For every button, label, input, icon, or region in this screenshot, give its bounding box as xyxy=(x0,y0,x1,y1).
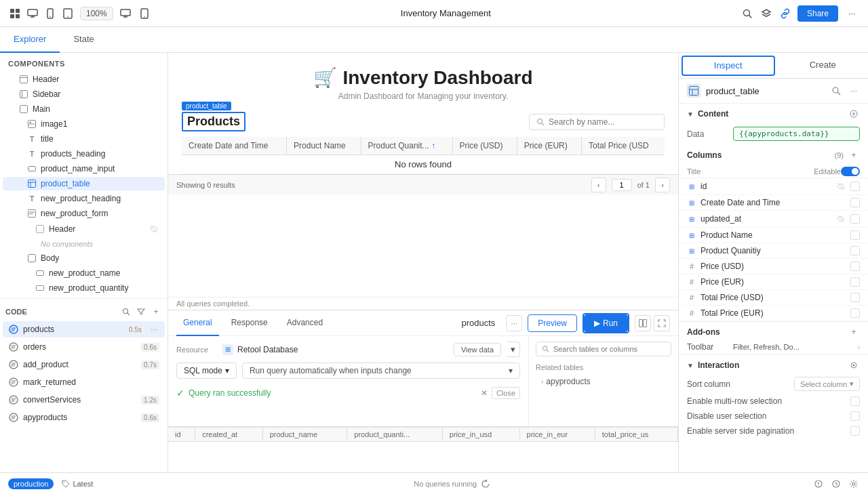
tree-item-product-table[interactable]: product_table xyxy=(3,177,165,190)
query-item-convert-services[interactable]: convertServices 1.2s xyxy=(3,392,165,408)
tree-item-header-inner[interactable]: Header xyxy=(3,222,165,236)
search-input-box[interactable] xyxy=(529,114,665,130)
desktop-view-icon[interactable] xyxy=(119,7,132,20)
column-item-total-usd[interactable]: # Total Price (USD) xyxy=(679,290,868,306)
settings-icon[interactable] xyxy=(848,478,860,490)
status-x-icon[interactable]: ✕ xyxy=(481,388,488,398)
phone-view-icon[interactable] xyxy=(138,7,151,20)
env-badge[interactable]: production xyxy=(8,478,54,489)
col-hidden-icon-updated[interactable] xyxy=(835,213,846,224)
search-by-name-input[interactable] xyxy=(549,117,644,127)
history-icon[interactable] xyxy=(830,478,842,490)
component-more-btn[interactable]: ··· xyxy=(848,85,860,97)
refresh-icon[interactable] xyxy=(479,478,492,490)
col-checkbox-pname[interactable] xyxy=(850,230,860,240)
add-code-btn[interactable]: + xyxy=(150,306,162,318)
interaction-expand-icon[interactable]: ▼ xyxy=(687,362,694,369)
debug-icon[interactable] xyxy=(812,478,825,490)
filter-code-btn[interactable] xyxy=(135,306,147,318)
component-search-btn[interactable] xyxy=(830,85,842,97)
expand-btn-full[interactable] xyxy=(654,315,670,331)
content-settings-icon[interactable] xyxy=(848,108,860,120)
close-button[interactable]: Close xyxy=(492,387,520,399)
tree-item-new-product-name[interactable]: new_product_name xyxy=(3,266,165,280)
related-item-apyproducts[interactable]: › apyproducts xyxy=(536,375,671,388)
disable-selection-checkbox[interactable] xyxy=(850,411,860,421)
tables-search-box[interactable] xyxy=(536,342,671,356)
col-checkbox-date[interactable] xyxy=(850,198,860,207)
next-page-btn[interactable]: › xyxy=(655,178,670,192)
view-data-button[interactable]: View data xyxy=(454,343,501,356)
query-item-add-product[interactable]: add_product 0.7s xyxy=(3,356,165,373)
query-tab-advanced[interactable]: Advanced xyxy=(280,310,330,336)
col-checkbox-total-eur[interactable] xyxy=(850,308,860,318)
column-item-total-eur[interactable]: # Total Price (EUR) xyxy=(679,306,868,321)
desktop-icon[interactable] xyxy=(26,7,39,20)
interaction-settings-icon[interactable] xyxy=(848,359,860,371)
query-item-orders[interactable]: orders 0.6s xyxy=(3,339,165,355)
column-item-id[interactable]: ⊞ id xyxy=(679,178,868,195)
more-options-button[interactable]: ··· xyxy=(844,5,860,22)
column-item-price-eur[interactable]: # Price (EUR) xyxy=(679,274,868,290)
search-icon[interactable] xyxy=(741,7,754,20)
tree-item-product-name-input[interactable]: product_name_input xyxy=(3,162,165,176)
tree-item-sidebar[interactable]: Sidebar xyxy=(3,87,165,101)
column-item-updated-at[interactable]: ⊞ updated_at xyxy=(679,211,868,228)
col-checkbox-updated[interactable] xyxy=(850,214,860,224)
toolbar-chevron-icon[interactable]: › xyxy=(858,344,860,351)
tab-explorer[interactable]: Explorer xyxy=(0,27,60,53)
column-item-product-name[interactable]: ⊞ Product Name xyxy=(679,228,868,243)
tab-create[interactable]: Create xyxy=(778,53,869,79)
latest-tag[interactable]: Latest xyxy=(62,480,93,488)
col-hidden-icon-id[interactable] xyxy=(835,181,846,192)
split-view-btn[interactable] xyxy=(635,315,651,331)
tab-inspect[interactable]: Inspect xyxy=(682,56,775,76)
query-item-products[interactable]: products 0.5s ··· xyxy=(3,321,165,337)
tree-item-header[interactable]: Header xyxy=(3,73,165,86)
tree-item-main[interactable]: Main xyxy=(3,102,165,116)
run-button[interactable]: ▶ Run xyxy=(584,314,628,332)
link-icon[interactable] xyxy=(778,7,792,20)
sort-column-select[interactable]: Select column ▾ xyxy=(794,377,860,391)
tablet-icon[interactable] xyxy=(61,7,75,20)
column-item-create-date[interactable]: ⊞ Create Date and Time xyxy=(679,195,868,211)
tree-item-new-product-heading[interactable]: T new_product_heading xyxy=(3,192,165,205)
tab-state[interactable]: State xyxy=(60,27,107,53)
query-item-apy-products[interactable]: apyproducts 0.6s xyxy=(3,409,165,426)
editable-toggle[interactable] xyxy=(841,167,860,176)
search-code-btn[interactable] xyxy=(120,306,132,318)
run-mode-select[interactable]: Run query automatically when inputs chan… xyxy=(242,363,520,379)
query-more-btn[interactable]: ··· xyxy=(506,315,522,331)
tree-item-title[interactable]: T title xyxy=(3,132,165,146)
layers-icon[interactable] xyxy=(760,7,773,20)
add-addon-btn[interactable]: + xyxy=(848,326,860,338)
col-checkbox-qty[interactable] xyxy=(850,246,860,255)
add-column-btn[interactable]: + xyxy=(848,149,860,161)
col-checkbox-price-usd[interactable] xyxy=(850,262,860,271)
col-checkbox-total-usd[interactable] xyxy=(850,293,860,302)
tree-item-body[interactable]: Body xyxy=(3,251,165,265)
col-checkbox-price-eur[interactable] xyxy=(850,277,860,287)
tree-item-new-product-form[interactable]: new_product_form xyxy=(3,207,165,220)
tree-item-products-heading[interactable]: T products_heading xyxy=(3,147,165,161)
server-pagination-checkbox[interactable] xyxy=(850,426,860,436)
tree-item-new-product-quantity[interactable]: new_product_quantity xyxy=(3,281,165,295)
share-button[interactable]: Share xyxy=(797,5,838,22)
preview-button[interactable]: Preview xyxy=(528,314,577,332)
data-value[interactable]: {{apyproducts.data}} xyxy=(733,127,860,141)
mobile-icon[interactable] xyxy=(43,7,57,20)
multi-row-checkbox[interactable] xyxy=(850,396,860,406)
column-item-price-usd[interactable]: # Price (USD) xyxy=(679,259,868,274)
zoom-control[interactable]: 100% xyxy=(80,7,113,20)
query-tab-general[interactable]: General xyxy=(176,310,219,336)
page-input[interactable] xyxy=(612,179,632,191)
grid-icon[interactable] xyxy=(8,7,22,20)
prev-page-btn[interactable]: ‹ xyxy=(591,178,606,192)
tree-item-image1[interactable]: image1 xyxy=(3,117,165,131)
query-tab-response[interactable]: Response xyxy=(224,310,275,336)
query-item-mark-returned[interactable]: mark_returned xyxy=(3,374,165,390)
sql-mode-select[interactable]: SQL mode ▾ xyxy=(176,363,237,379)
resource-chevron-btn[interactable]: ▾ xyxy=(507,342,520,357)
content-expand-icon[interactable]: ▼ xyxy=(687,110,694,118)
column-item-product-qty[interactable]: ⊞ Product Quanitiy xyxy=(679,243,868,259)
